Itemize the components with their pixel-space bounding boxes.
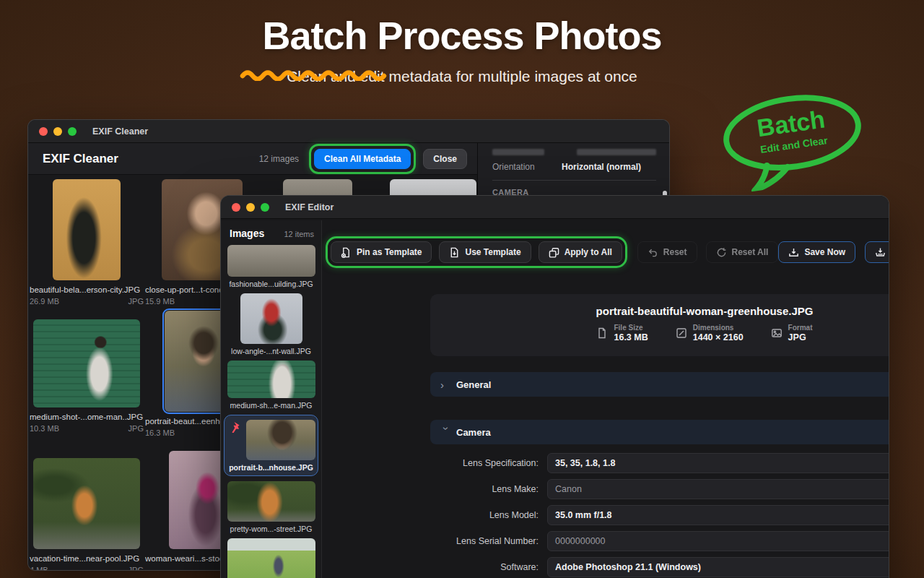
undo-icon xyxy=(648,247,658,258)
photo-thumbnail xyxy=(53,179,121,280)
minimize-window-icon[interactable] xyxy=(246,203,255,212)
images-count: 12 images xyxy=(259,154,299,164)
photo-thumbnail xyxy=(33,458,140,549)
field-software: Software: xyxy=(430,557,889,577)
image-thumbnail xyxy=(227,481,315,522)
sidebar-image-item[interactable]: fashionable...uilding.JPG xyxy=(221,245,321,288)
use-template-button[interactable]: Use Template xyxy=(439,241,531,263)
close-window-icon[interactable] xyxy=(39,127,48,136)
reset-button[interactable]: Reset xyxy=(637,241,697,263)
sidebar-image-item[interactable]: medium-sh...e-man.JPG xyxy=(221,361,321,410)
pin-icon xyxy=(229,421,240,433)
image-name: pretty-wom...-street.JPG xyxy=(221,525,321,533)
cleaner-heading: EXIF Cleaner xyxy=(43,152,118,166)
field-lens-model: Lens Model: xyxy=(430,505,889,525)
document-plus-icon xyxy=(341,247,352,258)
editor-main: Pin as Template Use Template Apply to Al… xyxy=(322,220,889,578)
image-name: low-angle-...nt-wall.JPG xyxy=(221,347,321,355)
lens-specification-input[interactable] xyxy=(547,453,889,473)
sidebar-count: 12 items xyxy=(284,230,314,238)
photo-size: 15.9 MB xyxy=(145,297,175,306)
lens-model-input[interactable] xyxy=(547,505,889,525)
stat-file-size: File Size16.3 MB xyxy=(596,324,648,342)
close-window-icon[interactable] xyxy=(232,203,240,212)
apply-to-all-button[interactable]: Apply to All xyxy=(539,241,622,263)
photo-card[interactable]: medium-shot-...ome-man..JPG 10.3 MBJPG xyxy=(30,311,144,433)
photo-thumbnail xyxy=(33,319,140,407)
dimensions-icon xyxy=(676,327,687,339)
image-name: medium-sh...e-man.JPG xyxy=(221,401,321,410)
page-title: Batch Process Photos xyxy=(0,13,924,58)
photo-format: JPG xyxy=(128,566,144,571)
clean-all-highlight-ring: Clean All Metadata xyxy=(309,144,416,174)
save-all-tray-icon xyxy=(875,247,886,258)
sidebar-image-item[interactable] xyxy=(221,538,321,578)
image-thumbnail xyxy=(246,420,315,460)
photo-size: 4 MB xyxy=(30,566,48,571)
detail-value: Horizontal (normal) xyxy=(562,162,641,172)
stat-format: FormatJPG xyxy=(771,324,813,342)
photo-card[interactable]: beautiful-bela...erson-city.JPG 26.9 MBJ… xyxy=(30,179,144,306)
photo-name: vacation-time...near-pool.JPG xyxy=(30,554,144,563)
photo-card[interactable]: vacation-time...near-pool.JPG 4 MBJPG xyxy=(30,451,144,571)
template-buttons-highlight-ring: Pin as Template Use Template Apply to Al… xyxy=(326,236,627,268)
field-label: Lens Specification: xyxy=(430,458,547,468)
sidebar-image-item-selected[interactable]: portrait-b...nhouse.JPG xyxy=(224,415,318,476)
field-label: Lens Model: xyxy=(430,510,547,520)
reset-all-button[interactable]: Reset All xyxy=(706,241,779,263)
traffic-lights xyxy=(39,127,77,136)
editor-toolbar: Pin as Template Use Template Apply to Al… xyxy=(326,236,879,268)
pin-as-template-button[interactable]: Pin as Template xyxy=(331,241,432,263)
editor-sidebar: Images 12 items fashionable...uilding.JP… xyxy=(221,220,322,578)
minimize-window-icon[interactable] xyxy=(53,127,62,136)
clean-all-metadata-button[interactable]: Clean All Metadata xyxy=(314,149,411,169)
hero: Batch Process Photos Clean and edit meta… xyxy=(0,13,924,85)
photo-format: JPG xyxy=(128,297,144,306)
zoom-window-icon[interactable] xyxy=(261,203,269,212)
sidebar-image-item[interactable]: low-angle-...nt-wall.JPG xyxy=(221,293,321,355)
traffic-lights xyxy=(232,203,269,212)
image-thumbnail xyxy=(227,538,315,578)
file-name: portrait-beautiful-woman-greenhouse.JPG xyxy=(430,305,889,317)
photo-name: medium-shot-...ome-man..JPG xyxy=(30,413,144,421)
section-camera[interactable]: › Camera 32 xyxy=(430,420,889,444)
sidebar-image-item[interactable]: pretty-wom...-street.JPG xyxy=(221,481,321,533)
exif-editor-window: EXIF Editor Images 12 items fashionable.… xyxy=(220,195,889,578)
photo-size: 16.3 MB xyxy=(145,428,175,437)
editor-titlebar[interactable]: EXIF Editor xyxy=(221,196,889,219)
window-title: EXIF Editor xyxy=(285,202,334,212)
field-lens-specification: Lens Specification: xyxy=(430,453,889,473)
document-arrow-icon xyxy=(449,247,460,258)
clipped-detail-row xyxy=(492,149,656,155)
detail-row-orientation: Orientation Horizontal (normal) xyxy=(492,162,656,172)
cleaner-close-button[interactable]: Close xyxy=(423,149,467,169)
zoom-window-icon[interactable] xyxy=(68,127,77,136)
marketing-screenshot: Batch Process Photos Clean and edit meta… xyxy=(0,0,924,578)
file-summary-card: portrait-beautiful-woman-greenhouse.JPG … xyxy=(430,294,889,356)
image-thumbnail xyxy=(227,245,315,277)
lens-make-input[interactable] xyxy=(547,479,889,499)
photo-size: 10.3 MB xyxy=(30,424,59,433)
software-input[interactable] xyxy=(547,557,889,577)
save-tray-icon xyxy=(788,247,799,258)
field-lens-make: Lens Make: xyxy=(430,479,889,499)
section-general[interactable]: › General 5 xyxy=(430,372,889,397)
sidebar-title: Images xyxy=(230,228,264,239)
cleaner-titlebar[interactable]: EXIF Cleaner xyxy=(28,120,669,143)
photo-format: JPG xyxy=(128,424,144,433)
document-icon xyxy=(596,327,608,339)
chevron-right-icon: › xyxy=(440,379,452,391)
photo-name: beautiful-bela...erson-city.JPG xyxy=(30,285,144,294)
photo-size: 26.9 MB xyxy=(30,297,59,306)
save-all-button[interactable]: Save All xyxy=(865,241,889,263)
chevron-down-icon: › xyxy=(440,426,453,438)
image-thumbnail xyxy=(227,361,315,398)
lens-serial-number-input[interactable] xyxy=(547,531,889,551)
save-now-button[interactable]: Save Now xyxy=(778,241,855,263)
cleaner-header-row: EXIF Cleaner 12 images Clean All Metadat… xyxy=(28,143,477,175)
image-name: fashionable...uilding.JPG xyxy=(221,280,321,288)
copy-icon xyxy=(549,247,559,258)
image-thumbnail xyxy=(240,293,302,344)
stat-dimensions: Dimensions1440 × 2160 xyxy=(676,324,744,342)
image-name: portrait-b...nhouse.JPG xyxy=(227,463,315,472)
